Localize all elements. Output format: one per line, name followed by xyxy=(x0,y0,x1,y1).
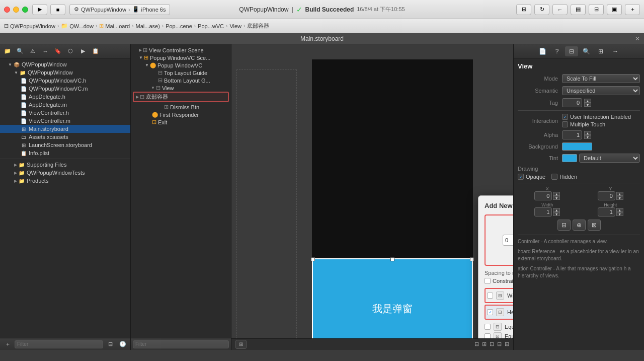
zoom-fit-btn[interactable]: ⊟ xyxy=(474,341,479,347)
share-button[interactable]: ↻ xyxy=(534,4,549,15)
height-up[interactable]: ▲ xyxy=(616,208,623,212)
add-file-button[interactable]: ＋ xyxy=(2,339,13,349)
add-button[interactable]: ＋ xyxy=(625,4,640,15)
nav-item-file[interactable]: 📄 ViewController.h xyxy=(0,109,130,117)
nav-report-btn[interactable]: 📋 xyxy=(90,46,101,56)
nav-item-file[interactable]: 📄 AppDelegate.h xyxy=(0,93,130,101)
opaque-checkbox[interactable]: ✓ xyxy=(518,174,524,180)
x-down[interactable]: ▼ xyxy=(553,196,560,200)
tag-down[interactable]: ▼ xyxy=(584,103,591,107)
align-btn[interactable]: ⊟ xyxy=(497,341,502,347)
hidden-checkbox[interactable] xyxy=(551,174,557,180)
navigator-toggle[interactable]: ▤ xyxy=(571,4,586,15)
mode-select[interactable]: Scale To Fill xyxy=(562,74,640,83)
fullscreen-button[interactable] xyxy=(22,7,28,13)
height-down[interactable]: ▼ xyxy=(616,212,623,216)
minimize-button[interactable] xyxy=(13,7,19,13)
nav-filter-options[interactable]: ⊟ xyxy=(105,339,116,349)
nav-item-file[interactable]: 📄 QWPopupWindowVC.h xyxy=(0,77,130,85)
nav-debug-btn[interactable]: ▶ xyxy=(77,46,89,56)
constrain-margins-checkbox[interactable] xyxy=(485,278,491,284)
nav-item-tests[interactable]: ▶ 📁 QWPopupWindowTests xyxy=(0,169,130,177)
nav-item-launch-storyboard[interactable]: ⊞ LaunchScreen.storyboard xyxy=(0,141,130,149)
filter-btn[interactable]: ⊞ xyxy=(505,341,509,347)
layout-btn[interactable]: ⊞ xyxy=(235,340,247,349)
scene-item-vc-instance[interactable]: ▼ ⬤ Popup WindowVC xyxy=(131,61,231,69)
breadcrumb-item-last[interactable]: 底部容器 xyxy=(247,22,269,30)
equal-heights-checkbox[interactable] xyxy=(485,333,491,338)
close-button[interactable] xyxy=(4,7,10,13)
grid-view-button[interactable]: ⊞ xyxy=(516,4,531,15)
breadcrumb-item[interactable]: Pop...wVC xyxy=(198,23,224,29)
scheme-selector[interactable]: ⚙ QWPopupWindow › 📱 iPhone 6s xyxy=(69,4,170,15)
quick-help-btn[interactable]: ? xyxy=(550,46,564,56)
breadcrumb-item[interactable]: 📁QW...dow xyxy=(61,23,94,29)
tint-color-swatch[interactable] xyxy=(562,154,577,162)
height-checkbox[interactable]: ✓ xyxy=(487,309,493,315)
alpha-up[interactable]: ▲ xyxy=(584,131,591,135)
stop-button[interactable]: ■ xyxy=(50,4,65,15)
left-input[interactable]: 0 ▼ xyxy=(503,235,513,246)
nav-recent-files[interactable]: 🕐 xyxy=(117,339,128,349)
breadcrumb-item[interactable]: Pop...cene xyxy=(166,23,192,29)
nav-item-file[interactable]: 📄 AppDelegate.m xyxy=(0,101,130,109)
inspector-toggle[interactable]: ▣ xyxy=(607,4,622,15)
scene-item-top-guide[interactable]: ⊟ Top Layout Guide xyxy=(131,69,231,77)
height-stepper[interactable]: ▲ ▼ xyxy=(616,208,623,216)
scene-item-exit[interactable]: ⊡ Exit xyxy=(131,118,231,126)
multiple-touch-checkbox[interactable] xyxy=(562,121,568,127)
semantic-select[interactable]: Unspecified xyxy=(562,86,640,95)
width-up[interactable]: ▲ xyxy=(553,208,560,212)
nav-item-assets[interactable]: 🗂 Assets.xcassets xyxy=(0,133,130,141)
debug-toggle[interactable]: ⊟ xyxy=(589,4,604,15)
width-input[interactable] xyxy=(534,207,552,216)
nav-item-file[interactable]: 📄 QWPopupWindowVC.m xyxy=(0,85,130,93)
scene-filter-input[interactable] xyxy=(133,340,229,348)
breadcrumb-item[interactable]: ⊞Mai...oard xyxy=(99,23,130,29)
x-stepper[interactable]: ▲ ▼ xyxy=(553,192,560,200)
nav-item-project[interactable]: ▼ 📦 QWPopupWindow xyxy=(0,60,130,68)
nav-item-group[interactable]: ▼ 📁 QWPopupWindow xyxy=(0,68,130,77)
alpha-down[interactable]: ▼ xyxy=(584,135,591,139)
scene-item-dismiss-btn[interactable]: ⊞ Dismiss Btn xyxy=(131,103,231,111)
storyboard-canvas[interactable]: 我是弹窗 Add New Constraints xyxy=(231,44,513,338)
nav-search-btn[interactable]: 🔍 xyxy=(15,46,26,56)
identity-inspector-btn[interactable]: ⊟ xyxy=(565,46,578,56)
zoom-in-btn[interactable]: ⊞ xyxy=(482,341,487,347)
alpha-input[interactable] xyxy=(562,130,582,139)
y-input[interactable] xyxy=(598,191,615,200)
run-button[interactable]: ▶ xyxy=(32,4,47,15)
scene-item-vc[interactable]: ▶ ⊞ View Controller Scene xyxy=(131,46,231,54)
scene-item-bottom-container[interactable]: ▶ ⊟ 底部容器 xyxy=(133,92,229,102)
alpha-stepper[interactable]: ▲ ▼ xyxy=(584,131,591,139)
nav-warning-btn[interactable]: ⚠ xyxy=(27,46,38,56)
height-input[interactable] xyxy=(598,207,615,216)
width-stepper[interactable]: ▲ ▼ xyxy=(553,208,560,216)
breadcrumb-item[interactable]: Mai...ase) xyxy=(136,23,160,29)
back-button[interactable]: ← xyxy=(552,4,568,15)
zoom-out-btn[interactable]: ⊡ xyxy=(490,341,494,347)
connections-inspector-btn[interactable]: → xyxy=(609,46,622,56)
tag-input[interactable] xyxy=(562,98,582,107)
equal-widths-checkbox[interactable] xyxy=(485,324,491,330)
file-inspector-btn[interactable]: 📄 xyxy=(536,46,549,56)
user-interaction-checkbox[interactable]: ✓ xyxy=(562,114,568,120)
nav-item-storyboard-main[interactable]: ⊞ Main.storyboard xyxy=(0,125,130,133)
align-left-btn[interactable]: ⊟ xyxy=(557,220,571,231)
align-right-btn[interactable]: ⊠ xyxy=(588,220,601,231)
width-down[interactable]: ▼ xyxy=(553,212,560,216)
scene-item-view[interactable]: ▼ ⊟ View xyxy=(131,84,231,92)
x-up[interactable]: ▲ xyxy=(553,192,560,196)
close-storyboard[interactable]: ✕ xyxy=(635,35,640,42)
tag-stepper[interactable]: ▲ ▼ xyxy=(584,99,591,107)
scene-item-first-responder[interactable]: ⬤ First Responder xyxy=(131,111,231,118)
tint-select[interactable]: Default xyxy=(579,154,640,163)
scene-item-bottom-guide[interactable]: ⊟ Bottom Layout G... xyxy=(131,77,231,84)
x-input[interactable] xyxy=(534,191,552,200)
tag-up[interactable]: ▲ xyxy=(584,99,591,103)
nav-folder-btn[interactable]: 📁 xyxy=(2,46,13,56)
breadcrumb-item[interactable]: View xyxy=(229,23,242,29)
breadcrumb-item[interactable]: ⊟QWPopupWindow xyxy=(4,23,55,29)
nav-bookmark-btn[interactable]: 🔖 xyxy=(52,46,63,56)
scene-item-popup[interactable]: ▼ ⊞ Popup WindowVC Sce... xyxy=(131,54,231,61)
